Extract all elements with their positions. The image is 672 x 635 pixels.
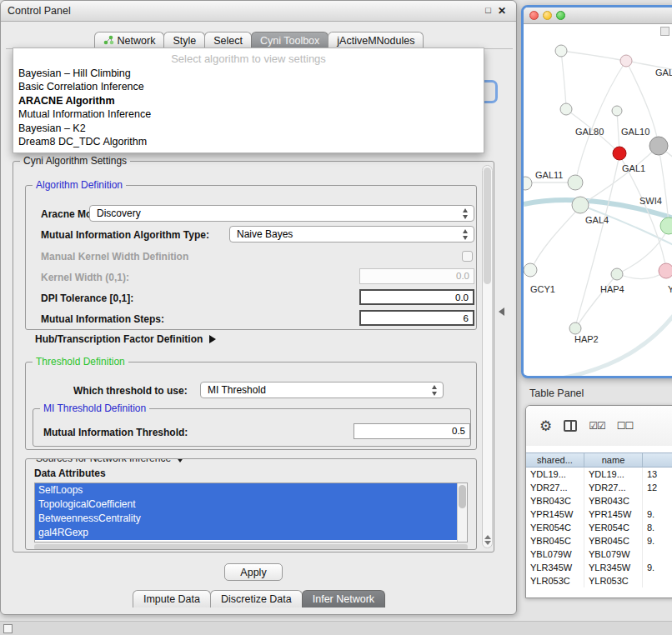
tab-style[interactable]: Style bbox=[163, 32, 205, 49]
attribute-item[interactable]: gal4RGexp bbox=[35, 526, 457, 540]
control-panel-titlebar[interactable]: Control Panel □ ✕ bbox=[1, 1, 516, 22]
table-cell[interactable]: YDL19... bbox=[526, 468, 584, 481]
table-cell[interactable] bbox=[643, 548, 672, 561]
attribute-item[interactable]: BetweennessCentrality bbox=[35, 512, 457, 526]
table-row[interactable]: YDR27...YDR27...12 bbox=[526, 481, 672, 494]
scrollbar-thumb[interactable] bbox=[484, 168, 491, 284]
table-row[interactable]: YER054CYER054C8. bbox=[526, 521, 672, 534]
table-cell[interactable]: 9. bbox=[643, 508, 672, 521]
table-cell[interactable] bbox=[643, 574, 672, 588]
tab-cyni-toolbox[interactable]: Cyni Toolbox bbox=[251, 32, 328, 49]
table-cell[interactable]: YBR043C bbox=[584, 494, 643, 508]
table-cell[interactable]: YLR053C bbox=[526, 574, 584, 588]
apply-button[interactable]: Apply bbox=[224, 563, 283, 581]
network-window-titlebar[interactable] bbox=[524, 8, 672, 24]
hub-definition-toggle[interactable]: Hub/Transcription Factor Definition bbox=[35, 333, 216, 345]
select-all-icon[interactable]: ☑☑ bbox=[589, 420, 605, 432]
birdseye-corner-box[interactable] bbox=[660, 27, 669, 36]
table-row[interactable]: YDL19...YDL19...13 bbox=[526, 468, 672, 481]
tab-jactivemnodules[interactable]: jActiveMNodules bbox=[328, 32, 424, 49]
table-cell[interactable] bbox=[643, 494, 672, 508]
table-cell[interactable]: 8. bbox=[643, 521, 672, 534]
table-cell[interactable]: YER054C bbox=[526, 521, 584, 534]
network-node[interactable] bbox=[560, 103, 572, 115]
tab-network[interactable]: Network bbox=[94, 32, 165, 49]
table-cell[interactable]: YLR053C bbox=[584, 574, 643, 588]
network-node[interactable] bbox=[612, 106, 622, 116]
column-header[interactable]: name bbox=[584, 453, 643, 467]
table-row[interactable]: YBR045CYBR045C9. bbox=[526, 534, 672, 548]
table-row[interactable]: YPR145WYPR145W9. bbox=[526, 508, 672, 521]
scrollbar-thumb[interactable] bbox=[459, 485, 466, 508]
network-node[interactable] bbox=[649, 137, 668, 155]
network-canvas[interactable]: GALGAL80GAL10GAL11GAL1SWI4GAL4GCY1HAP4YH… bbox=[524, 24, 672, 375]
column-header[interactable]: shared... bbox=[526, 453, 584, 467]
table-row[interactable]: YBR043CYBR043C bbox=[526, 494, 672, 508]
mi-steps-field[interactable]: 6 bbox=[359, 310, 474, 326]
table-cell[interactable]: YDL19... bbox=[584, 468, 643, 481]
table-cell[interactable]: YLR345W bbox=[584, 561, 643, 574]
float-window-icon[interactable]: □ bbox=[485, 5, 491, 17]
columns-icon[interactable] bbox=[564, 420, 577, 432]
table-row[interactable]: YBL079WYBL079W bbox=[526, 548, 672, 561]
tab-select[interactable]: Select bbox=[204, 32, 252, 49]
network-node[interactable] bbox=[611, 268, 623, 280]
minimize-traffic-light-icon[interactable] bbox=[543, 11, 552, 20]
collapse-panel-arrow-icon[interactable] bbox=[499, 308, 504, 316]
kernel-width-field[interactable]: 0.0 bbox=[359, 268, 474, 284]
aracne-mode-select[interactable]: Discovery bbox=[89, 205, 474, 222]
tab-discretize-data[interactable]: Discretize Data bbox=[210, 590, 303, 608]
network-node[interactable] bbox=[659, 263, 672, 278]
algorithm-option[interactable]: Bayesian – Hill Climbing bbox=[13, 67, 484, 80]
algorithm-option[interactable]: Bayesian – K2 bbox=[13, 122, 484, 135]
column-header[interactable] bbox=[643, 453, 672, 467]
table-cell[interactable]: YPR145W bbox=[584, 508, 643, 521]
mi-threshold-field[interactable]: 0.5 bbox=[354, 423, 470, 439]
attribute-item[interactable]: SelfLoops bbox=[35, 483, 457, 498]
algorithm-option[interactable]: Dream8 DC_TDC Algorithm bbox=[13, 135, 484, 148]
table-cell[interactable]: YBR043C bbox=[526, 494, 584, 508]
close-window-icon[interactable]: ✕ bbox=[498, 5, 506, 17]
algorithm-option[interactable]: Mutual Information Inference bbox=[13, 108, 484, 121]
zoom-traffic-light-icon[interactable] bbox=[556, 11, 565, 20]
table-cell[interactable]: YLR345W bbox=[526, 561, 584, 574]
table-cell[interactable]: YBL079W bbox=[526, 548, 584, 561]
attribute-item[interactable]: TopologicalCoefficient bbox=[35, 498, 457, 512]
horizontal-scrollbar[interactable] bbox=[34, 544, 468, 550]
which-threshold-select[interactable]: MI Threshold bbox=[200, 382, 444, 398]
table-cell[interactable]: YDR27... bbox=[584, 481, 643, 494]
scrollbar-arrows-icon[interactable] bbox=[484, 535, 491, 545]
table-cell[interactable]: 13 bbox=[643, 468, 672, 481]
network-node[interactable] bbox=[572, 197, 589, 213]
network-node[interactable] bbox=[569, 322, 581, 334]
collapse-caret-icon[interactable] bbox=[176, 458, 184, 462]
table-cell[interactable]: 9. bbox=[643, 534, 672, 548]
table-cell[interactable]: YER054C bbox=[584, 521, 643, 534]
table-cell[interactable]: 12 bbox=[643, 481, 672, 494]
manual-kernel-checkbox[interactable] bbox=[462, 251, 473, 262]
close-traffic-light-icon[interactable] bbox=[529, 11, 539, 20]
table-row[interactable]: YLR053CYLR053C bbox=[526, 574, 672, 588]
table-cell[interactable]: YBL079W bbox=[584, 548, 643, 561]
restore-panel-icon[interactable] bbox=[3, 624, 13, 633]
mi-type-select[interactable]: Naive Bayes bbox=[229, 226, 474, 242]
table-cell[interactable]: 9. bbox=[643, 561, 672, 574]
dpi-tolerance-field[interactable]: 0.0 bbox=[359, 289, 474, 305]
algorithm-option[interactable]: Basic Correlation Inference bbox=[13, 80, 484, 93]
table-cell[interactable]: YBR045C bbox=[584, 534, 643, 548]
table-cell[interactable]: YDR27... bbox=[526, 481, 584, 494]
network-node[interactable] bbox=[620, 55, 632, 67]
table-row[interactable]: YLR345WYLR345W9. bbox=[526, 561, 672, 574]
deselect-all-icon[interactable]: ☐☐ bbox=[617, 420, 634, 432]
network-node[interactable] bbox=[524, 263, 537, 277]
table-cell[interactable]: YBR045C bbox=[526, 534, 584, 548]
gear-icon[interactable]: ⚙ bbox=[539, 418, 552, 435]
network-node[interactable] bbox=[613, 147, 626, 160]
network-node[interactable] bbox=[660, 218, 672, 234]
network-node[interactable] bbox=[555, 45, 567, 57]
data-attributes-listbox[interactable]: SelfLoopsTopologicalCoefficientBetweenne… bbox=[34, 482, 468, 542]
network-node[interactable] bbox=[524, 177, 532, 190]
tab-impute-data[interactable]: Impute Data bbox=[133, 590, 211, 608]
algorithm-option[interactable]: ARACNE Algorithm bbox=[13, 94, 484, 108]
network-node[interactable] bbox=[568, 175, 583, 190]
